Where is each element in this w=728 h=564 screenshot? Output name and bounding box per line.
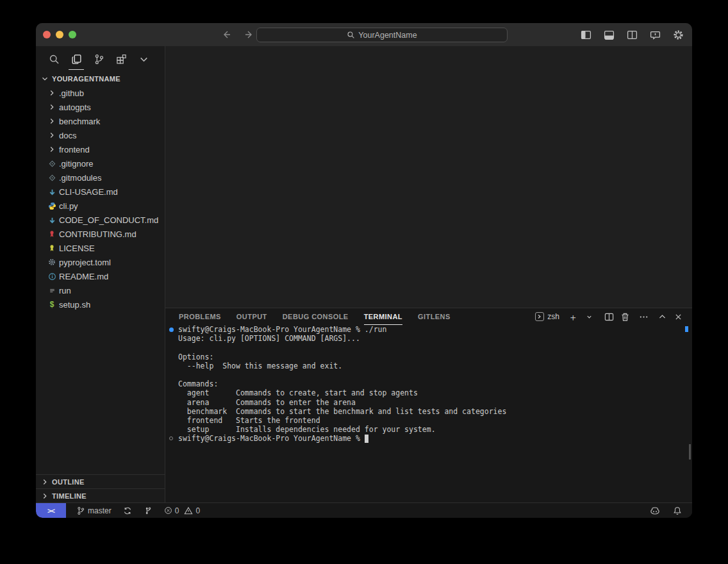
launch-profile-chevron-icon[interactable] <box>584 310 594 323</box>
maximize-panel-icon[interactable] <box>657 310 667 323</box>
terminal-line: benchmark Commands to start the benchmar… <box>165 407 692 416</box>
remote-indicator[interactable]: >< <box>36 503 66 518</box>
chevron-right-icon <box>47 145 57 154</box>
status-bar: >< master 0 0 <box>36 502 692 518</box>
ribbon-icon <box>47 244 57 252</box>
editor-area[interactable] <box>165 46 692 308</box>
terminal-scrollbar[interactable] <box>689 444 691 460</box>
tree-item-label: cli.py <box>59 201 78 211</box>
tree-item-label: README.md <box>59 272 108 281</box>
commit-graph-item[interactable] <box>142 503 154 518</box>
tree-item-.gitmodules[interactable]: .gitmodules <box>36 170 165 185</box>
tree-item-LICENSE[interactable]: LICENSE <box>36 241 165 255</box>
tree-item-label: benchmark <box>59 117 100 126</box>
chevron-right-icon <box>47 88 57 97</box>
file-tree: .githubautogptsbenchmarkdocsfrontend.git… <box>36 86 165 311</box>
tree-item-cli.py[interactable]: cli.py <box>36 199 165 213</box>
tree-item-pyproject.toml[interactable]: pyproject.toml <box>36 255 165 269</box>
tree-item-label: CONTRIBUTING.md <box>59 229 136 239</box>
tree-item-README.md[interactable]: README.md <box>36 269 165 283</box>
timeline-section[interactable]: TIMELINE <box>36 488 165 502</box>
sync-changes-item[interactable] <box>122 503 133 518</box>
command-decoration-outline[interactable] <box>169 436 173 440</box>
tree-item-.gitignore[interactable]: .gitignore <box>36 156 165 170</box>
kill-terminal-trash-icon[interactable] <box>620 310 630 323</box>
gear-icon <box>47 258 57 266</box>
close-panel-icon[interactable] <box>673 310 683 323</box>
branch-name: master <box>88 506 112 515</box>
tree-item-setup.sh[interactable]: $setup.sh <box>36 297 165 311</box>
terminal-line: swifty@Craigs-MacBook-Pro YourAgentName … <box>165 325 692 334</box>
more-actions-icon[interactable] <box>638 310 649 323</box>
terminal-line: swifty@Craigs-MacBook-Pro YourAgentName … <box>165 434 692 443</box>
tree-item-CONTRIBUTING.md[interactable]: CONTRIBUTING.md <box>36 227 165 241</box>
search-activity-icon[interactable] <box>46 46 62 72</box>
panel-tab-terminal[interactable]: TERMINAL <box>364 308 402 325</box>
explorer-root-folder[interactable]: YOURAGENTNAME <box>36 72 165 86</box>
panel-tab-problems[interactable]: PROBLEMS <box>179 308 221 325</box>
command-center-search[interactable]: YourAgentName <box>256 28 508 42</box>
zoom-window-button[interactable] <box>69 31 76 38</box>
toggle-panel-icon[interactable] <box>600 26 617 43</box>
tree-item-label: CLI-USAGE.md <box>59 187 118 197</box>
tree-item-label: .gitmodules <box>59 173 101 183</box>
warning-icon <box>184 506 193 515</box>
tree-item-CLI-USAGE.md[interactable]: CLI-USAGE.md <box>36 185 165 199</box>
tree-item-label: run <box>59 286 71 295</box>
tree-item-run[interactable]: run <box>36 283 165 297</box>
tree-item-benchmark[interactable]: benchmark <box>36 114 165 128</box>
toggle-secondary-sidebar-icon[interactable] <box>624 26 640 43</box>
settings-gear-icon[interactable] <box>670 26 686 43</box>
go-back-icon[interactable] <box>218 26 235 43</box>
chevron-right-icon <box>47 131 57 140</box>
extensions-activity-icon[interactable] <box>113 46 129 72</box>
minimize-window-button[interactable] <box>56 31 63 38</box>
chevron-right-icon <box>40 477 49 486</box>
tree-item-autogpts[interactable]: autogpts <box>36 100 165 114</box>
notifications-bell-icon[interactable] <box>672 506 683 515</box>
problems-item[interactable]: 0 0 <box>163 503 201 518</box>
terminal-cursor <box>365 435 369 443</box>
git-icon <box>47 174 57 182</box>
tree-item-frontend[interactable]: frontend <box>36 142 165 156</box>
git-branch-item[interactable]: master <box>75 503 113 518</box>
chevron-right-icon <box>47 103 57 112</box>
command-decoration-filled[interactable] <box>169 328 174 332</box>
go-forward-icon[interactable] <box>241 26 258 43</box>
panel-tab-gitlens[interactable]: GITLENS <box>418 308 451 325</box>
search-icon <box>347 31 355 39</box>
explorer-activity-icon[interactable] <box>68 46 85 72</box>
feedback-icon[interactable] <box>647 26 663 43</box>
tree-item-.github[interactable]: .github <box>36 86 165 100</box>
split-terminal-icon[interactable] <box>604 310 614 323</box>
terminal-viewport[interactable]: swifty@Craigs-MacBook-Pro YourAgentName … <box>165 325 692 502</box>
terminal-icon <box>535 312 544 321</box>
toggle-sidebar-icon[interactable] <box>577 26 594 43</box>
panel-tab-debug-console[interactable]: DEBUG CONSOLE <box>283 308 349 325</box>
terminal-line: agent Commands to create, start and stop… <box>165 388 692 397</box>
chevron-right-icon <box>47 117 57 126</box>
chevron-down-icon <box>40 74 49 83</box>
outline-section[interactable]: OUTLINE <box>36 474 165 488</box>
markdown-icon <box>47 188 57 196</box>
tree-item-label: docs <box>59 131 76 140</box>
info-icon <box>47 272 57 281</box>
error-count: 0 <box>175 506 179 515</box>
terminal-line: --help Show this message and exit. <box>165 361 692 370</box>
close-window-button[interactable] <box>43 31 51 38</box>
python-icon <box>47 202 57 210</box>
warning-count: 0 <box>195 506 200 515</box>
tree-item-docs[interactable]: docs <box>36 128 165 142</box>
tree-item-label: LICENSE <box>59 244 95 253</box>
new-terminal-icon[interactable]: ＋ <box>568 310 578 323</box>
panel-tab-output[interactable]: OUTPUT <box>236 308 267 325</box>
terminal-line: arena Commands to enter the arena <box>165 398 692 407</box>
tree-item-CODE_OF_CONDUCT.md[interactable]: CODE_OF_CONDUCT.md <box>36 213 165 227</box>
source-control-activity-icon[interactable] <box>90 46 107 72</box>
file-lines-icon <box>47 286 57 295</box>
copilot-item[interactable] <box>649 506 661 516</box>
terminal-instance-zsh[interactable]: zsh <box>535 312 559 321</box>
tree-item-label: setup.sh <box>59 300 90 310</box>
more-views-activity-icon[interactable] <box>135 46 152 72</box>
activity-bar <box>36 46 165 72</box>
